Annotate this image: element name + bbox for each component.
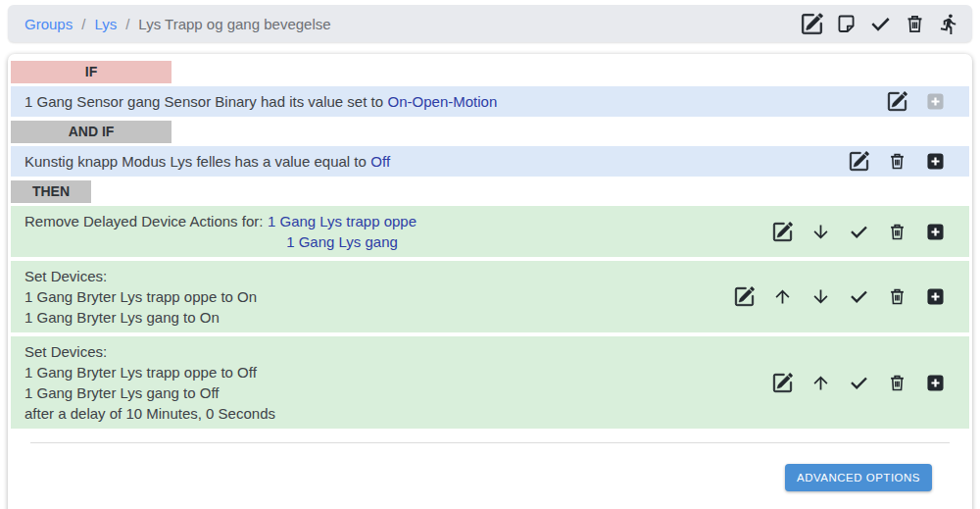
edit-action-button[interactable] [772,373,793,393]
run-action-button[interactable] [849,286,869,307]
edit-icon [772,373,793,393]
event-card: IF 1 Gang Sensor gang Sensor Binary had … [8,54,972,509]
arrow-down-icon [810,222,831,242]
edit-icon [801,13,823,35]
row-icons [772,373,946,393]
note-icon [835,13,858,35]
breadcrumb: Groups / Lys / Lys Trapp og gang bevegel… [24,16,331,32]
action-line: 1 Gang Bryter Lys gang to On [24,307,734,328]
trash-icon [887,151,907,172]
action-line: 1 Gang Bryter Lys trapp oppe to On [24,286,734,307]
row-icons [849,151,946,172]
add-condition-button[interactable] [925,91,946,112]
check-icon [849,222,869,242]
and-if-condition-row: Kunstig knapp Modus Lys felles has a val… [11,146,969,177]
then-badge: THEN [11,180,91,203]
delete-action-button[interactable] [887,373,907,393]
action-row-set-off-delayed: Set Devices: 1 Gang Bryter Lys trapp opp… [11,336,969,429]
trash-icon [887,286,907,307]
condition-value-link[interactable]: Off [370,153,390,170]
device-links: 1 Gang Lys trapp oppe1 Gang Lys gang [268,211,416,252]
arrow-down-icon [810,286,831,307]
plus-icon [925,151,946,172]
arrow-up-icon [810,373,831,393]
run-action-button[interactable] [849,222,869,242]
condition-value-link[interactable]: On-Open-Motion [388,93,498,110]
plus-icon [925,91,946,112]
condition-text: 1 Gang Sensor gang Sensor Binary had its… [24,91,887,112]
action-text: Remove Delayed Device Actions for:1 Gang… [24,211,772,252]
card-footer: ADVANCED OPTIONS [11,443,969,509]
arrow-up-icon [772,286,793,307]
device-link[interactable]: 1 Gang Lys gang [286,231,398,252]
trash-icon [904,13,926,35]
row-icons [887,91,946,112]
device-link[interactable]: 1 Gang Lys trapp oppe [268,211,416,231]
action-line: Set Devices: [24,341,772,362]
run-event-button[interactable] [938,13,960,35]
trash-icon [887,373,907,393]
action-row-set-on: Set Devices: 1 Gang Bryter Lys trapp opp… [11,261,969,332]
plus-icon [925,373,946,393]
breadcrumb-separator: / [125,16,129,32]
plus-icon [925,222,946,242]
action-text: Set Devices: 1 Gang Bryter Lys trapp opp… [24,341,772,424]
check-icon [869,13,892,35]
page: Groups / Lys / Lys Trapp og gang bevegel… [0,0,980,509]
action-line: after a delay of 10 Minutes, 0 Seconds [24,403,772,424]
move-up-button[interactable] [810,373,831,393]
edit-condition-button[interactable] [849,151,869,172]
edit-action-button[interactable] [734,286,755,307]
breadcrumb-bar: Groups / Lys / Lys Trapp og gang bevegel… [8,5,972,42]
add-action-button[interactable] [925,286,946,307]
if-condition-row: 1 Gang Sensor gang Sensor Binary had its… [11,86,969,117]
condition-description: Kunstig knapp Modus Lys felles has a val… [24,153,367,170]
condition-description: 1 Gang Sensor gang Sensor Binary had its… [24,93,383,110]
delete-action-button[interactable] [887,286,907,307]
event-toolbar [801,13,960,35]
run-action-button[interactable] [849,373,869,393]
move-up-button[interactable] [772,286,793,307]
breadcrumb-link-groups[interactable]: Groups [24,16,73,32]
plus-icon [925,286,946,307]
row-icons [772,222,946,242]
edit-icon [887,91,907,112]
edit-condition-button[interactable] [887,91,907,112]
check-icon [849,286,869,307]
if-badge: IF [11,61,172,83]
run-icon [938,13,960,35]
check-icon [849,373,869,393]
edit-action-button[interactable] [772,222,793,242]
edit-icon [734,286,755,307]
add-condition-button[interactable] [925,151,946,172]
add-action-button[interactable] [925,373,946,393]
edit-icon [849,151,869,172]
delete-condition-button[interactable] [887,151,907,172]
edit-event-button[interactable] [801,13,823,35]
delete-action-button[interactable] [887,222,907,242]
copy-event-button[interactable] [835,13,858,35]
add-action-button[interactable] [925,222,946,242]
action-text: Set Devices: 1 Gang Bryter Lys trapp opp… [24,266,734,328]
condition-text: Kunstig knapp Modus Lys felles has a val… [24,151,849,172]
action-description: Remove Delayed Device Actions for: [24,213,263,229]
action-line: 1 Gang Bryter Lys trapp oppe to Off [24,362,772,382]
move-down-button[interactable] [810,286,831,307]
move-down-button[interactable] [810,222,831,242]
edit-icon [772,222,793,242]
action-line: Set Devices: [24,266,734,286]
action-line: 1 Gang Bryter Lys gang to Off [24,382,772,403]
enable-event-button[interactable] [869,13,892,35]
and-if-badge: AND IF [11,121,172,143]
delete-event-button[interactable] [904,13,926,35]
page-title: Lys Trapp og gang bevegelse [138,16,330,32]
action-row-remove-delayed: Remove Delayed Device Actions for:1 Gang… [11,206,969,257]
advanced-options-button[interactable]: ADVANCED OPTIONS [785,464,932,491]
trash-icon [887,222,907,242]
breadcrumb-link-lys[interactable]: Lys [94,16,117,32]
breadcrumb-separator: / [81,16,85,32]
row-icons [734,286,946,307]
